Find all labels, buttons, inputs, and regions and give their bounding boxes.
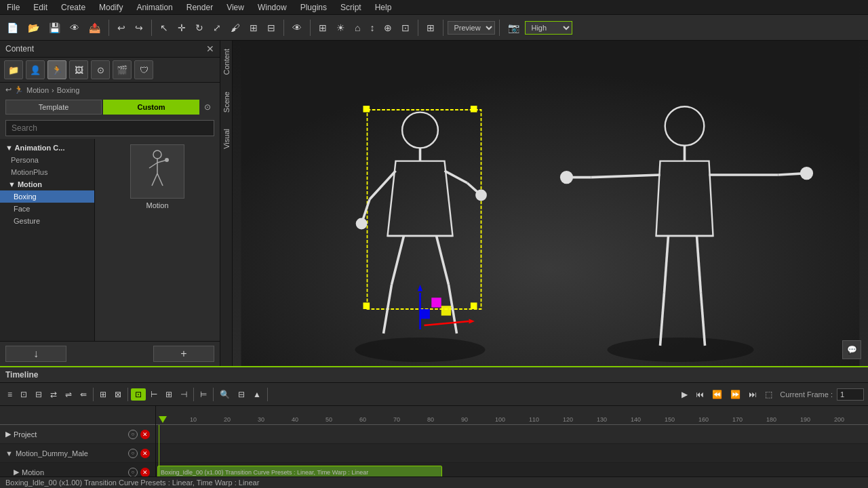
motion-close-button[interactable]: ✕ — [140, 468, 150, 477]
content-folder-button[interactable]: 📁 — [4, 60, 23, 79]
menu-create[interactable]: Create — [54, 1, 92, 14]
tl-forward-button[interactable]: ⏩ — [727, 388, 744, 401]
tree-motion[interactable]: ▼ Motion — [0, 178, 94, 190]
show-hide-button[interactable]: 👁 — [66, 20, 83, 35]
tl-clip-button[interactable]: ⊡ — [131, 388, 146, 401]
breadcrumb-item-2[interactable]: Boxing — [57, 86, 80, 94]
menu-render[interactable]: Render — [180, 1, 220, 14]
project-close-button[interactable]: ✕ — [140, 430, 150, 439]
content-motion-button[interactable]: 🏃 — [47, 60, 66, 79]
menu-file[interactable]: File — [0, 1, 26, 14]
project-expand-icon[interactable]: ▶ — [5, 430, 11, 439]
rotate-button[interactable]: ↻ — [191, 20, 208, 35]
content-video-button[interactable]: 🎬 — [113, 60, 132, 79]
menu-edit[interactable]: Edit — [26, 1, 54, 14]
tl-expand-button[interactable]: ⊨ — [197, 388, 210, 401]
tl-loop-button[interactable]: ⬚ — [762, 388, 776, 401]
custom-tab[interactable]: Custom — [103, 100, 199, 115]
tree-animation-c[interactable]: ▼ Animation C... — [0, 142, 94, 154]
tree-motionplus[interactable]: MotionPlus — [0, 166, 94, 178]
tl-back-button[interactable]: ⇚ — [77, 388, 90, 401]
tool9-button[interactable]: ⊡ — [397, 20, 414, 35]
content-close-button[interactable]: ✕ — [206, 43, 214, 54]
tree-face[interactable]: Face — [0, 203, 94, 215]
home-button[interactable]: ⌂ — [351, 20, 364, 35]
tl-insert-button[interactable]: ⊞ — [96, 388, 110, 401]
tl-unlink-button[interactable]: ⇌ — [62, 388, 75, 401]
template-tab[interactable]: Template — [5, 100, 102, 115]
tab-circle-button[interactable]: ⊙ — [201, 100, 214, 115]
dummy-expand-icon[interactable]: ▼ — [5, 449, 13, 458]
visual-side-tab[interactable]: Visual — [221, 121, 232, 157]
content-person-button[interactable]: 👤 — [26, 60, 45, 79]
search-input[interactable] — [5, 120, 214, 136]
menu-help[interactable]: Help — [368, 1, 399, 14]
content-other-button[interactable]: 🛡 — [134, 60, 153, 79]
tree-persona[interactable]: Persona — [0, 154, 94, 166]
tl-start-button[interactable]: ⏮ — [692, 388, 707, 401]
svg-rect-29 — [431, 298, 441, 307]
tl-box-button[interactable]: ⊡ — [17, 388, 31, 401]
redo-button[interactable]: ↪ — [131, 20, 147, 35]
snap-button[interactable]: ⊞ — [315, 20, 331, 35]
view-button[interactable]: 👁 — [288, 20, 306, 35]
save-file-button[interactable]: 💾 — [45, 20, 64, 35]
viewport[interactable]: 💬 Realtime ▶ ⏮ ⏪ ⏩ ⏭ ⬜ 💬 ♪ ⚙ ⊞ — [233, 41, 868, 366]
dummy-visibility-button[interactable]: ○ — [128, 449, 138, 458]
content-effects-button[interactable]: ⊙ — [91, 60, 110, 79]
tl-zoom-in-button[interactable]: 🔍 — [216, 388, 233, 401]
breadcrumb-back-icon[interactable]: ↩ — [5, 85, 12, 94]
tl-remove-button[interactable]: ⊣ — [177, 388, 191, 401]
tl-fit-button[interactable]: ▲ — [250, 388, 264, 401]
tl-list-button[interactable]: ≡ — [4, 388, 16, 401]
content-image-button[interactable]: 🖼 — [69, 60, 88, 79]
move-button[interactable]: ✛ — [174, 20, 190, 35]
tl-collapse-button[interactable]: ⊟ — [32, 388, 45, 401]
content-side-tab[interactable]: Content — [221, 41, 232, 83]
tree-down-button[interactable]: ↓ — [5, 346, 66, 362]
timeline-clip[interactable]: Boxing_Idle_00 (x1.00) Transition Curve … — [157, 466, 442, 476]
motion-expand-icon[interactable]: ▶ — [14, 468, 19, 476]
tl-play2-button[interactable]: ▶ — [678, 388, 691, 401]
align-button[interactable]: ☀ — [332, 20, 349, 35]
new-file-button[interactable]: 📄 — [3, 20, 22, 35]
timeline-motion-row[interactable]: Boxing_Idle_00 (x1.00) Transition Curve … — [156, 463, 868, 476]
scene-side-tab[interactable]: Scene — [221, 83, 232, 121]
dummy-close-button[interactable]: ✕ — [140, 449, 150, 458]
tool6-button[interactable]: ⊟ — [263, 20, 279, 35]
tool8-button[interactable]: ⊕ — [380, 20, 396, 35]
breadcrumb-item-1[interactable]: Motion — [26, 86, 49, 94]
preview-select[interactable]: Preview — [448, 21, 495, 35]
menu-window[interactable]: Window — [251, 1, 294, 14]
paint-button[interactable]: 🖌 — [226, 20, 244, 35]
tool5-button[interactable]: ⊞ — [245, 20, 262, 35]
tl-add-track-button[interactable]: ⊞ — [162, 388, 176, 401]
camera-button[interactable]: 📷 — [504, 20, 524, 35]
menu-script[interactable]: Script — [334, 1, 368, 14]
tl-rewind-button[interactable]: ⏪ — [709, 388, 726, 401]
motion-visibility-button[interactable]: ○ — [128, 468, 138, 477]
open-file-button[interactable]: 📂 — [24, 20, 43, 35]
tool7-button[interactable]: ↕ — [366, 20, 378, 35]
scale-button[interactable]: ⤢ — [209, 20, 225, 35]
tl-end-button[interactable]: ⏭ — [745, 388, 760, 401]
project-visibility-button[interactable]: ○ — [128, 430, 138, 439]
menu-view[interactable]: View — [220, 1, 251, 14]
quality-select[interactable]: High — [525, 21, 572, 35]
tl-clip2-button[interactable]: ⊢ — [147, 388, 161, 401]
menu-plugins[interactable]: Plugins — [294, 1, 334, 14]
tl-frame-input[interactable] — [837, 388, 864, 401]
undo-button[interactable]: ↩ — [113, 20, 130, 35]
tl-zoom-out-button[interactable]: ⊟ — [235, 388, 248, 401]
tree-boxing[interactable]: Boxing — [0, 190, 94, 203]
menu-animation[interactable]: Animation — [130, 1, 179, 14]
tl-link-button[interactable]: ⇄ — [47, 388, 60, 401]
tl-delete-button[interactable]: ⊠ — [111, 388, 125, 401]
comment-button[interactable]: 💬 — [842, 340, 861, 359]
menu-modify[interactable]: Modify — [92, 1, 130, 14]
tool10-button[interactable]: ⊞ — [422, 20, 439, 35]
tree-gesture[interactable]: Gesture — [0, 215, 94, 227]
export-button[interactable]: 📤 — [85, 20, 104, 35]
select-button[interactable]: ↖ — [156, 20, 172, 35]
tree-add-button[interactable]: + — [153, 346, 214, 362]
